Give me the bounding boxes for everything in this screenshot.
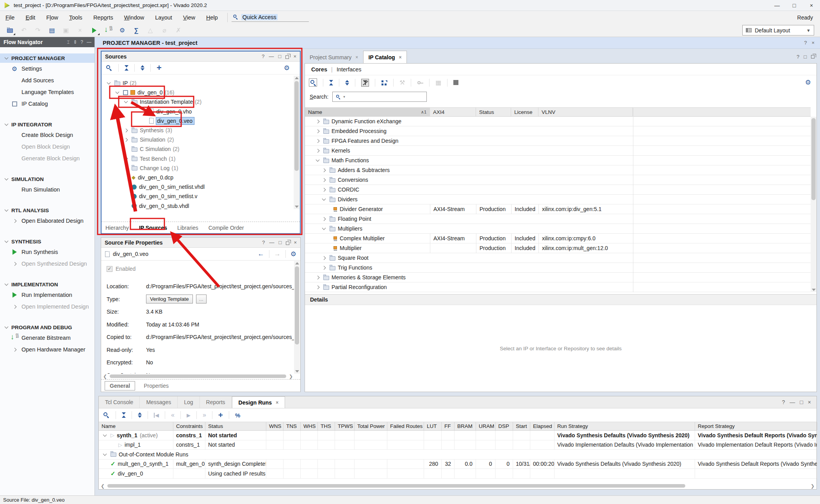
tab-tcl-console[interactable]: Tcl Console bbox=[99, 396, 140, 408]
quick-access-search[interactable]: Quick Access bbox=[232, 13, 309, 22]
sidebar-item-run-simulation[interactable]: Run Simulation bbox=[0, 184, 94, 195]
tab-hierarchy[interactable]: Hierarchy bbox=[105, 225, 129, 231]
column-header-license[interactable]: License bbox=[511, 108, 538, 116]
column-header-name[interactable]: Name∧1 bbox=[305, 108, 430, 116]
sidebar-item-open-synthesized-design[interactable]: Open Synthesized Design bbox=[0, 258, 94, 270]
redo-icon[interactable]: ↷ bbox=[34, 26, 42, 35]
catalog-row-floating-point[interactable]: Floating Point bbox=[305, 214, 811, 224]
expand-all-icon[interactable] bbox=[345, 80, 349, 85]
settings-icon[interactable]: ⚙ bbox=[118, 26, 127, 35]
save-icon[interactable]: ▤ bbox=[48, 26, 56, 35]
tab-log[interactable]: Log bbox=[178, 396, 200, 408]
menu-tools[interactable]: Tools bbox=[64, 14, 88, 21]
sidebar-item-run-implementation[interactable]: Run Implementation bbox=[0, 289, 94, 301]
minimize-panel-icon[interactable]: — bbox=[269, 53, 274, 59]
settings-gear-icon[interactable]: ⚙ bbox=[805, 78, 811, 87]
close-tab-icon[interactable]: × bbox=[276, 400, 278, 405]
column-header-name[interactable]: Name bbox=[99, 422, 173, 430]
settings-gear-icon[interactable]: ⚙ bbox=[284, 64, 290, 72]
tree-item-div-gen-0-vho[interactable]: div_gen_0.vho bbox=[102, 107, 294, 116]
tree-item-instantiation-template[interactable]: Instantiation Template(2) bbox=[102, 97, 294, 106]
column-header-ths[interactable]: THS bbox=[318, 422, 335, 430]
group-by-hierarchy-icon[interactable] bbox=[381, 80, 387, 86]
column-header-constraints[interactable]: Constraints bbox=[173, 422, 205, 430]
column-header-wns[interactable]: WNS bbox=[266, 422, 283, 430]
help-panel-icon[interactable]: ? bbox=[262, 53, 264, 59]
tree-item-test-bench[interactable]: Test Bench(1) bbox=[102, 154, 294, 163]
menu-file[interactable]: File bbox=[0, 14, 20, 21]
catalog-row-cordic[interactable]: CORDIC bbox=[305, 185, 811, 195]
column-header-dsp[interactable]: DSP bbox=[496, 422, 513, 430]
sidebar-item-language-templates[interactable]: Language Templates bbox=[0, 86, 94, 98]
maximize-panel-icon[interactable]: □ bbox=[279, 240, 282, 245]
collapse-all-icon[interactable]: ⌶ bbox=[67, 39, 70, 45]
catalog-row-math-functions[interactable]: Math Functions bbox=[305, 156, 811, 165]
file-type-more-button[interactable]: ... bbox=[196, 295, 207, 303]
column-header-start[interactable]: Start bbox=[513, 422, 530, 430]
menu-view[interactable]: View bbox=[178, 14, 201, 21]
ip-status-icon[interactable] bbox=[453, 80, 458, 85]
menu-window[interactable]: Window bbox=[119, 14, 150, 21]
catalog-row-multipliers[interactable]: Multipliers bbox=[305, 224, 811, 234]
float-panel-icon[interactable] bbox=[285, 55, 289, 59]
customize-ip-icon[interactable]: ⚒ bbox=[399, 79, 405, 86]
sidebar-section-project-manager[interactable]: PROJECT MANAGER bbox=[0, 53, 94, 63]
search-icon[interactable] bbox=[103, 412, 110, 419]
tree-item-change-log[interactable]: Change Log(1) bbox=[102, 163, 294, 173]
tab-ip-catalog[interactable]: IP Catalog× bbox=[363, 51, 406, 64]
sidebar-section-rtl-analysis[interactable]: RTL ANALYSIS bbox=[0, 206, 94, 215]
column-header-status[interactable]: Status bbox=[476, 108, 511, 116]
search-icon[interactable] bbox=[106, 65, 112, 71]
license-key-icon[interactable] bbox=[417, 80, 423, 86]
expand-all-icon[interactable] bbox=[138, 412, 142, 418]
probe-icon[interactable]: ✗ bbox=[174, 26, 183, 35]
column-header-lut[interactable]: LUT bbox=[424, 422, 442, 430]
percent-utilization-icon[interactable]: % bbox=[235, 412, 240, 419]
search-icon[interactable] bbox=[309, 78, 317, 87]
column-header-total-power[interactable]: Total Power bbox=[355, 422, 387, 430]
tab-ip-sources[interactable]: IP Sources bbox=[139, 225, 167, 231]
catalog-row-partial-reconfiguration[interactable]: Partial Reconfiguration bbox=[305, 282, 811, 292]
close-button[interactable]: × bbox=[803, 0, 820, 11]
menu-edit[interactable]: Edit bbox=[20, 14, 41, 21]
catalog-row-fpga-features-and-design[interactable]: FPGA Features and Design bbox=[305, 136, 811, 146]
tree-item-div-gen-0-dcp[interactable]: ◆div_gen_0.dcp bbox=[102, 173, 294, 182]
tab-compile-order[interactable]: Compile Order bbox=[209, 225, 244, 231]
collapse-all-icon[interactable] bbox=[329, 80, 333, 85]
filter-icon[interactable] bbox=[361, 79, 369, 87]
help-icon[interactable]: ? bbox=[80, 39, 83, 45]
catalog-row-dynamic-function-exchange[interactable]: Dynamic Function eXchange bbox=[305, 117, 811, 126]
close-panel-icon[interactable]: × bbox=[294, 240, 297, 245]
generate-bitstream-icon[interactable]: ↓0110 bbox=[104, 26, 112, 35]
catalog-row-square-root[interactable]: Square Root bbox=[305, 253, 811, 263]
close-tab-icon[interactable]: × bbox=[399, 55, 402, 60]
tab-project-summary[interactable]: Project Summary× bbox=[305, 51, 363, 64]
expand-collapse-icon[interactable]: ⇕ bbox=[73, 39, 77, 45]
tab-properties[interactable]: Properties bbox=[144, 383, 169, 389]
sidebar-item-create-block-design[interactable]: Create Block Design bbox=[0, 129, 94, 141]
collapse-all-icon[interactable] bbox=[125, 65, 128, 71]
tree-item-div-gen-0[interactable]: div_gen_0(16) bbox=[102, 88, 294, 97]
tree-item-ip[interactable]: IP(2) bbox=[102, 78, 294, 88]
catalog-row-trig-functions[interactable]: Trig Functions bbox=[305, 263, 811, 273]
subtab-interfaces[interactable]: Interfaces bbox=[337, 66, 362, 73]
sidebar-item-generate-bitstream[interactable]: ↓0110Generate Bitstream bbox=[0, 332, 94, 344]
help-icon[interactable]: ? bbox=[797, 54, 799, 60]
run-icon[interactable] bbox=[90, 26, 98, 35]
collapse-all-icon[interactable] bbox=[122, 412, 126, 418]
step-forward-icon[interactable]: » bbox=[203, 412, 206, 419]
first-run-icon[interactable]: ◀ bbox=[154, 413, 159, 418]
run-row-mult-gen-0-synth-1[interactable]: ✓mult_gen_0_synth_1mult_gen_0synth_desig… bbox=[99, 460, 816, 469]
close-panel-icon[interactable]: × bbox=[808, 399, 811, 405]
sidebar-item-open-elaborated-design[interactable]: Open Elaborated Design bbox=[0, 215, 94, 227]
column-header-run-strategy[interactable]: Run Strategy bbox=[554, 422, 695, 430]
column-header-vlnv[interactable]: VLNV bbox=[538, 108, 633, 116]
back-icon[interactable]: ← bbox=[258, 250, 264, 258]
menu-layout[interactable]: Layout bbox=[150, 14, 178, 21]
sidebar-item-settings[interactable]: ⚙Settings bbox=[0, 63, 94, 75]
sidebar-item-ip-catalog[interactable]: IP Catalog bbox=[0, 98, 94, 110]
tree-item-div-gen-0-sim-netlist-vhdl[interactable]: div_gen_0_sim_netlist.vhdl bbox=[102, 182, 294, 192]
catalog-row-adders-subtracters[interactable]: Adders & Subtracters bbox=[305, 165, 811, 175]
forward-icon[interactable]: → bbox=[274, 250, 281, 258]
maximize-panel-icon[interactable]: □ bbox=[804, 54, 807, 60]
